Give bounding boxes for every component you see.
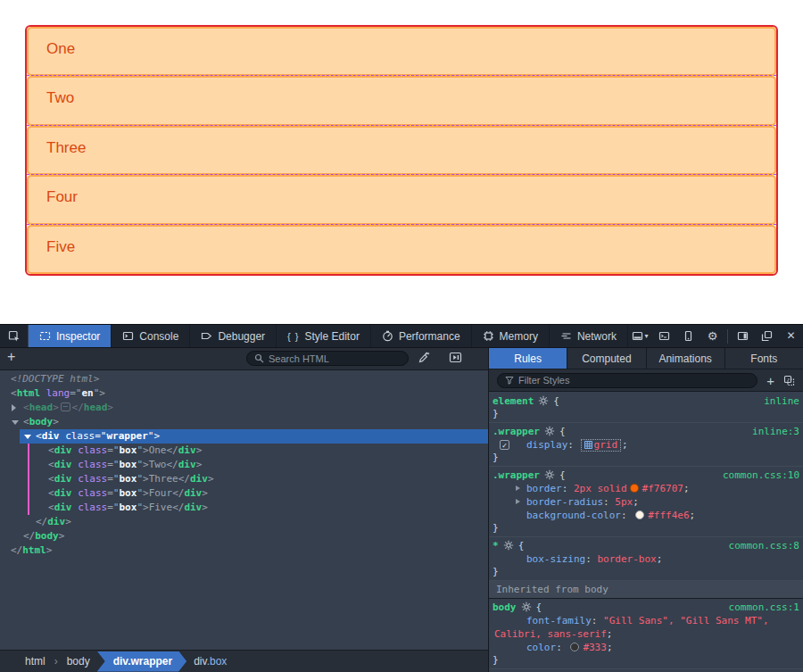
property-name[interactable]: color	[526, 642, 556, 653]
grid-box: Five	[27, 225, 776, 274]
color-swatch[interactable]	[630, 484, 639, 493]
rule-selector[interactable]: element	[493, 395, 534, 407]
sidebar-tab-computed[interactable]: Computed	[567, 348, 646, 369]
css-declaration[interactable]: border: 2px solid#f76707;	[493, 482, 799, 495]
rule-source-link[interactable]: common.css:8	[729, 540, 799, 552]
css-declaration[interactable]: box-sizing: border-box;	[493, 552, 799, 566]
search-html-box[interactable]	[246, 351, 409, 366]
markup-row[interactable]: <div class="wrapper">	[0, 429, 488, 444]
filter-styles-box[interactable]	[497, 373, 757, 388]
split-console-icon	[658, 330, 670, 342]
selector-gear-icon[interactable]	[544, 469, 555, 480]
eyedropper-icon[interactable]	[418, 352, 430, 364]
declaration-checkbox[interactable]: ✓	[500, 440, 509, 450]
tab-inspector[interactable]: Inspector	[29, 325, 112, 347]
color-value[interactable]: #333	[583, 642, 607, 653]
property-value[interactable]: border-box	[597, 553, 656, 565]
separate-window-button[interactable]	[755, 325, 779, 348]
class-panel-icon[interactable]	[783, 375, 795, 386]
css-declaration[interactable]: color: #333;	[493, 641, 799, 654]
add-node-button[interactable]: +	[7, 349, 15, 365]
tab-console[interactable]: Console	[112, 325, 190, 347]
markup-row[interactable]: <html lang="en">	[0, 386, 488, 401]
selector-gear-icon[interactable]	[521, 601, 532, 612]
breadcrumb-item[interactable]: div.wrapper	[97, 651, 186, 672]
close-button[interactable]: ✕	[779, 325, 803, 348]
property-name[interactable]: background-color	[526, 510, 621, 521]
rule-selector[interactable]: body	[493, 601, 517, 613]
split-console-button[interactable]	[652, 325, 676, 348]
expand-declaration-icon[interactable]	[516, 485, 520, 491]
filter-styles-input[interactable]	[518, 375, 749, 386]
markup-row[interactable]: <div class="box">One</div>	[0, 444, 488, 458]
settings-gear-button[interactable]: ⚙	[700, 325, 724, 348]
token-tnode: One	[149, 444, 167, 456]
rule-source-link[interactable]: common.css:1	[729, 601, 799, 614]
property-name[interactable]: border	[526, 483, 562, 494]
search-html-input[interactable]	[269, 353, 401, 364]
markup-node-text: <div class="box">One</div>	[0, 444, 202, 458]
markup-row[interactable]: <div class="box">Five</div>	[0, 501, 488, 515]
markup-row[interactable]: <body>	[0, 415, 488, 429]
markup-row[interactable]: <div class="box">Four</div>	[0, 486, 488, 501]
dock-bottom-button[interactable]: ▾	[628, 325, 652, 348]
sidebar-tab-animations[interactable]: Animations	[647, 348, 725, 369]
color-swatch[interactable]	[570, 643, 579, 651]
token-punct: ">	[137, 444, 148, 456]
tab-memory[interactable]: Memory	[472, 325, 550, 347]
expand-declaration-icon[interactable]	[516, 499, 520, 504]
css-declaration[interactable]: background-color: #fff4e6;	[493, 509, 799, 522]
markup-row[interactable]: <div class="box">Three</div>	[0, 472, 488, 486]
css-declaration[interactable]: font-family: "Gill Sans", "Gill Sans MT"…	[493, 614, 799, 641]
markup-row[interactable]: <div class="box">Two</div>	[0, 458, 488, 472]
tab-debugger[interactable]: Debugger	[190, 325, 277, 347]
color-value[interactable]: #fff4e6	[648, 510, 689, 521]
css-declaration[interactable]: ✓display: grid;	[493, 438, 799, 452]
sidebar-tab-fonts[interactable]: Fonts	[725, 348, 803, 369]
markup-row[interactable]: </html>	[0, 543, 488, 558]
breadcrumb-item[interactable]: div.box	[185, 655, 236, 668]
rule-source-link[interactable]: inline	[764, 395, 799, 408]
tab-style-editor[interactable]: { }Style Editor	[277, 325, 371, 347]
property-value[interactable]: 2px solid	[574, 483, 627, 494]
markup-node-text: <!DOCTYPE html>	[0, 372, 99, 386]
markup-row[interactable]: </div>	[0, 515, 488, 529]
rule-source-link[interactable]: common.css:10	[723, 469, 799, 482]
add-rule-button[interactable]: +	[766, 373, 774, 388]
markup-row[interactable]: <head>⋯</head>	[0, 401, 488, 415]
selector-gear-icon[interactable]	[544, 426, 555, 436]
property-name[interactable]: font-family	[526, 615, 592, 626]
rule-selector[interactable]: *	[493, 540, 499, 552]
rules-panel: RulesComputedAnimationsFonts + inlineele…	[489, 348, 803, 672]
property-value[interactable]: grid	[594, 439, 618, 451]
markup-node-text: <div class="box">Four</div>	[0, 486, 208, 501]
selector-gear-icon[interactable]	[503, 540, 514, 551]
tab-network[interactable]: Network	[550, 325, 628, 347]
property-value[interactable]: 5px	[615, 496, 633, 508]
property-name[interactable]: box-sizing	[526, 553, 585, 565]
markup-row[interactable]: </body>	[0, 529, 488, 543]
selector-gear-icon[interactable]	[538, 395, 549, 406]
markup-row[interactable]: <!DOCTYPE html>	[0, 372, 488, 386]
breadcrumb-item[interactable]: html	[16, 655, 54, 668]
property-name[interactable]: display	[526, 439, 567, 451]
breadcrumb-item[interactable]: body	[58, 655, 99, 668]
color-swatch[interactable]	[635, 510, 644, 519]
rule-selector[interactable]: .wrapper	[493, 469, 540, 481]
rule-source-link[interactable]: inline:3	[752, 426, 799, 438]
grid-highlighter-toggle[interactable]: grid	[581, 439, 622, 452]
color-value[interactable]: #f76707	[642, 483, 683, 494]
property-name[interactable]: border-radius	[526, 496, 603, 508]
sidebar-tab-rules[interactable]: Rules	[489, 348, 567, 369]
tab-performance[interactable]: Performance	[371, 325, 472, 347]
css-declaration[interactable]: border-radius: 5px;	[493, 495, 799, 509]
rule-selector[interactable]: .wrapper	[493, 426, 540, 437]
ellipsis-badge[interactable]: ⋯	[61, 402, 70, 411]
dock-side-button[interactable]	[731, 325, 755, 348]
dropdown-caret-icon: ▾	[644, 332, 648, 340]
pick-element-button[interactable]	[0, 325, 29, 347]
responsive-mode-button[interactable]	[676, 325, 700, 348]
paint-preview-icon[interactable]	[449, 352, 462, 363]
collapse-arrow-icon[interactable]	[24, 435, 31, 439]
collapse-arrow-icon[interactable]	[12, 420, 19, 425]
